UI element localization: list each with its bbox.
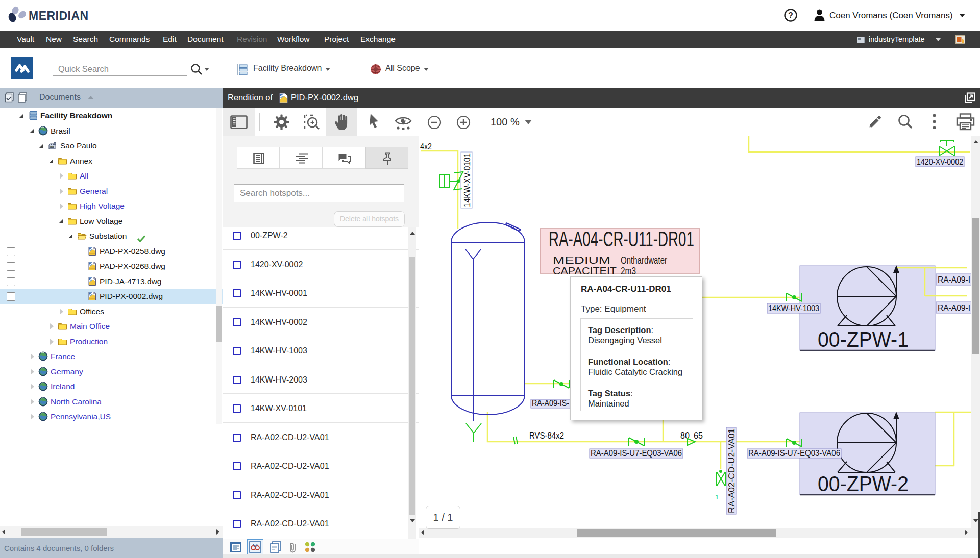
svg-text:4x2: 4x2 xyxy=(420,142,432,151)
svg-text:RA-A04-CR-U11-DR01: RA-A04-CR-U11-DR01 xyxy=(549,227,694,251)
svg-text:?: ? xyxy=(788,11,793,20)
svg-text:CAPACITEIT: CAPACITEIT xyxy=(553,265,617,276)
svg-text:1: 1 xyxy=(715,493,719,501)
svg-text:1420-XV-0002: 1420-XV-0002 xyxy=(917,157,963,166)
svg-text:RA-A09-I: RA-A09-I xyxy=(938,303,970,312)
svg-text:Onthardwater: Onthardwater xyxy=(621,255,667,266)
svg-text:RVS-84x2: RVS-84x2 xyxy=(529,430,564,441)
svg-text:65: 65 xyxy=(694,430,703,441)
svg-text:RA-A09-IS-: RA-A09-IS- xyxy=(532,398,569,408)
svg-text:RA-A09-I: RA-A09-I xyxy=(938,275,970,284)
svg-text:00-ZPW-2: 00-ZPW-2 xyxy=(818,472,909,496)
svg-text:RA-A09-IS-U7-EQ03-VA06: RA-A09-IS-U7-EQ03-VA06 xyxy=(591,448,682,458)
svg-text:RA-A02-CD-U2-VA01: RA-A02-CD-U2-VA01 xyxy=(727,428,736,513)
svg-text:2m3: 2m3 xyxy=(621,265,636,276)
svg-text:RA-A09-IS-U7-EQ03-VA06: RA-A09-IS-U7-EQ03-VA06 xyxy=(748,448,840,458)
svg-text:14KW-XV-0101: 14KW-XV-0101 xyxy=(463,153,472,207)
svg-text:MEDIUM: MEDIUM xyxy=(553,255,610,266)
svg-text:00-ZPW-1: 00-ZPW-1 xyxy=(818,327,909,351)
svg-text:14KW-HV-1003: 14KW-HV-1003 xyxy=(768,303,819,313)
